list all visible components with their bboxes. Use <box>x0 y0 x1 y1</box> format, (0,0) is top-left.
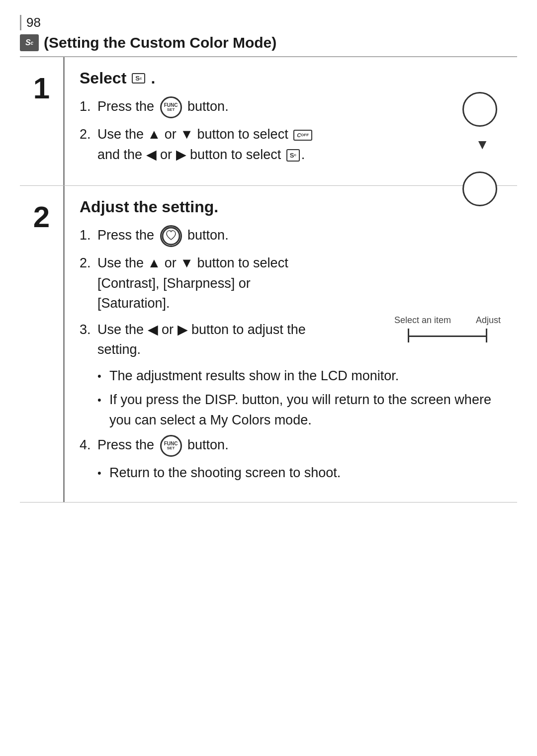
bullet-dot-1: • <box>97 368 105 384</box>
section-2-content: Adjust the setting. 1. Press the <box>65 186 517 502</box>
bottom-padding <box>20 503 517 652</box>
section-1-step-1: 1. Press the FUNC SET button. <box>80 96 502 118</box>
down-arrow-diagram: ▼ <box>475 137 489 153</box>
section-2: 2 Adjust the setting. 1. Press the <box>20 186 517 503</box>
bullet-list-2: • Return to the shooting screen to shoot… <box>97 463 502 483</box>
sc-icon-title: Sc <box>132 73 145 84</box>
bullet-2-text: If you press the DISP. button, you will … <box>109 390 502 430</box>
section-1-title-text: Select <box>80 69 126 87</box>
func-set-button-s1: FUNC SET <box>160 96 182 118</box>
section-2-title: Adjust the setting. <box>80 198 502 216</box>
page-wrapper: 98 Sc (Setting the Custom Color Mode) 1 … <box>0 0 537 756</box>
step-2-body: Use the ▲ or ▼ button to select COFF and… <box>97 124 502 165</box>
page-number: 98 <box>20 15 517 30</box>
func-set-button-s2: FUNC SET <box>160 435 182 457</box>
bullet-dot-2: • <box>97 392 105 408</box>
s2-step-1-num: 1. <box>80 225 97 246</box>
bullet-list: • The adjustment results show in the LCD… <box>97 366 502 430</box>
adjust-bar-container <box>388 329 507 343</box>
section-1-content: Select Sc . 1. Press the FUNC SET button… <box>65 57 517 185</box>
step-1-num: 1. <box>80 96 97 117</box>
sc-icon-step2: Sc <box>286 149 300 162</box>
s2-step-4-num: 4. <box>80 435 97 455</box>
bullet-2: • If you press the DISP. button, you wil… <box>97 390 502 430</box>
step-2-num: 2. <box>80 124 97 145</box>
label-select-item: Select an item <box>394 315 451 326</box>
section-1-step-2: 2. Use the ▲ or ▼ button to select COFF … <box>80 124 502 165</box>
bullet-3-text: Return to the shooting screen to shoot. <box>109 463 341 483</box>
s2-step-4-body: Press the FUNC SET button. <box>97 435 502 457</box>
bullet-dot-3: • <box>97 465 105 481</box>
adjust-diagram: Select an item Adjust <box>388 315 507 343</box>
bullet-1: • The adjustment results show in the LCD… <box>97 366 502 386</box>
section-1: 1 Select Sc . 1. Press the FUNC SET <box>20 57 517 186</box>
bullet-3: • Return to the shooting screen to shoot… <box>97 463 502 483</box>
s2-step-1-body: Press the button. <box>97 225 502 247</box>
section-2-step-2: 2. Use the ▲ or ▼ button to select [Cont… <box>80 253 502 314</box>
title-bar: Sc (Setting the Custom Color Mode) <box>20 34 517 57</box>
step-1-body: Press the FUNC SET button. <box>97 96 502 118</box>
mycolor-off-icon: COFF <box>293 130 312 141</box>
bullet-1-text: The adjustment results show in the LCD m… <box>109 366 399 386</box>
section-2-step-4: 4. Press the FUNC SET button. <box>80 435 502 457</box>
disp-btn-svg <box>162 227 180 246</box>
section-1-steps: 1. Press the FUNC SET button. 2. Use th <box>80 96 502 165</box>
s2-step-3-num: 3. <box>80 320 97 340</box>
adjust-labels: Select an item Adjust <box>394 315 501 326</box>
circle-diagram-1 <box>462 92 497 127</box>
disp-button <box>160 225 182 247</box>
section-2-step-1: 1. Press the button. <box>80 225 502 247</box>
s2-step-2-body: Use the ▲ or ▼ button to select [Contras… <box>97 253 502 314</box>
adjust-line <box>408 336 487 337</box>
label-adjust: Adjust <box>476 315 501 326</box>
section-1-title: Select Sc . <box>80 69 502 87</box>
section-1-number: 1 <box>20 57 65 185</box>
section-2-number: 2 <box>20 186 65 502</box>
page-title: (Setting the Custom Color Mode) <box>44 34 276 51</box>
title-icon: Sc <box>20 34 39 51</box>
s2-step-2-num: 2. <box>80 253 97 273</box>
svg-point-0 <box>163 228 179 245</box>
